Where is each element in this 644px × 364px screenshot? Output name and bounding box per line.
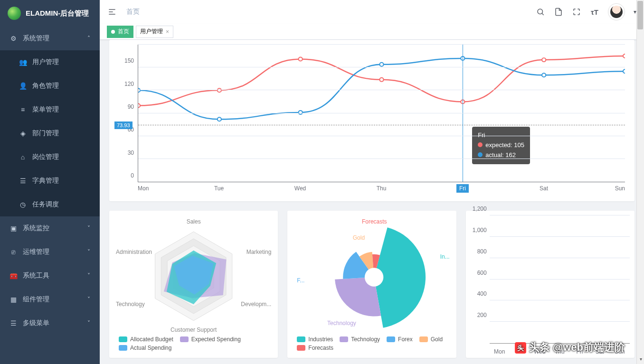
breadcrumb[interactable]: 首页 xyxy=(126,8,140,16)
brand-logo[interactable]: ELADMIN-后台管理 xyxy=(0,0,100,27)
brand-title: ELADMIN-后台管理 xyxy=(26,9,89,18)
svg-point-0 xyxy=(538,9,543,14)
radar-chart[interactable]: Sales Marketing Developm... Customer Sup… xyxy=(114,215,273,334)
pie-legend: Industries Technology Forex Gold Forecas… xyxy=(292,334,451,353)
avatar[interactable] xyxy=(608,3,625,20)
multi-icon: ☰ xyxy=(9,319,17,327)
hamburger-toggle[interactable] xyxy=(107,7,117,17)
brand-icon xyxy=(8,7,21,20)
nav-item-task[interactable]: ◷任务调度 xyxy=(0,193,100,216)
nav-group-multi[interactable]: ☰多级菜单˅ xyxy=(0,311,100,335)
chevron-down-icon: ˅ xyxy=(87,296,90,303)
svg-point-11 xyxy=(379,63,383,66)
task-icon: ◷ xyxy=(19,201,27,208)
bar-chart-card: 2004006008001,0001,200 MonTueWedThuFriSa… xyxy=(466,211,635,358)
nav-group-components[interactable]: ▦组件管理˅ xyxy=(0,288,100,311)
svg-point-9 xyxy=(218,117,221,121)
nav-group-tools[interactable]: 🧰系统工具˅ xyxy=(0,264,100,288)
tab-users[interactable]: 用户管理× xyxy=(136,26,173,38)
doc-icon[interactable] xyxy=(554,7,563,17)
nav-item-dept[interactable]: ◈部门管理 xyxy=(0,121,100,145)
svg-point-7 xyxy=(623,54,625,58)
chevron-down-icon: ˅ xyxy=(87,320,90,327)
gear-icon: ⚙ xyxy=(9,35,17,42)
svg-point-14 xyxy=(623,69,625,73)
ops-icon: ⎚ xyxy=(9,248,17,256)
svg-point-13 xyxy=(542,73,546,77)
chevron-down-icon: ˅ xyxy=(87,249,90,255)
job-icon: ⌂ xyxy=(19,153,27,161)
nav-group-ops[interactable]: ⎚运维管理˅ xyxy=(0,240,100,264)
svg-point-1 xyxy=(138,103,140,107)
search-icon[interactable] xyxy=(536,7,545,17)
nav-item-job[interactable]: ⌂岗位管理 xyxy=(0,145,100,169)
role-icon: 👤 xyxy=(19,82,27,90)
users-icon: 👥 xyxy=(19,58,27,66)
content-scroll[interactable]: 0306090120150180 73.93 Fri expected: 105… xyxy=(100,40,644,364)
components-icon: ▦ xyxy=(9,296,17,303)
chevron-down-icon: ˅ xyxy=(87,225,90,232)
font-size-icon[interactable]: τT xyxy=(590,7,599,17)
bar-chart[interactable]: 2004006008001,0001,200 xyxy=(490,215,630,344)
radar-chart-card: Sales Marketing Developm... Customer Sup… xyxy=(109,211,278,358)
dept-icon: ◈ xyxy=(19,130,27,137)
nav-item-dict[interactable]: ☰字典管理 xyxy=(0,169,100,193)
tools-icon: 🧰 xyxy=(9,272,17,280)
nav-group-system[interactable]: ⚙ 系统管理 ˄ xyxy=(0,27,100,50)
svg-point-3 xyxy=(299,57,303,61)
nav-item-menus[interactable]: ≡菜单管理 xyxy=(0,98,100,121)
scrollbar-thumb[interactable] xyxy=(637,1,643,29)
nav-item-roles[interactable]: 👤角色管理 xyxy=(0,74,100,98)
line-chart-card: 0306090120150180 73.93 Fri expected: 105… xyxy=(109,40,635,201)
tabs-bar: 首页 用户管理× xyxy=(100,24,644,40)
pie-chart[interactable]: Forecasts Gold In... F... Technology xyxy=(292,215,451,334)
svg-point-6 xyxy=(542,58,546,62)
marker-label: 73.93 xyxy=(114,121,133,129)
header: 首页 τT ▾ xyxy=(100,0,644,24)
tab-home[interactable]: 首页 xyxy=(107,26,133,38)
fullscreen-icon[interactable] xyxy=(572,7,581,17)
line-chart[interactable]: 0306090120150180 73.93 Fri expected: 105… xyxy=(114,45,630,196)
nav-group-monitor[interactable]: ▣系统监控˅ xyxy=(0,216,100,240)
svg-point-4 xyxy=(379,78,383,82)
pie-chart-card: Forecasts Gold In... F... Technology Ind… xyxy=(287,211,456,358)
nav-group-label: 系统管理 xyxy=(23,34,49,43)
svg-point-24 xyxy=(365,268,383,286)
menu-icon: ≡ xyxy=(19,106,27,113)
chevron-down-icon: ˅ xyxy=(87,272,90,279)
close-icon[interactable]: × xyxy=(166,28,169,35)
chevron-up-icon: ˄ xyxy=(87,35,90,42)
sidebar: ELADMIN-后台管理 ⚙ 系统管理 ˄ 👥用户管理 👤角色管理 ≡菜单管理 … xyxy=(0,0,100,364)
radar-legend: Allocated Budget Expected Spending Actua… xyxy=(114,334,273,353)
monitor-icon: ▣ xyxy=(9,224,17,232)
sidebar-nav: ⚙ 系统管理 ˄ 👥用户管理 👤角色管理 ≡菜单管理 ◈部门管理 ⌂岗位管理 ☰… xyxy=(0,27,100,364)
scrollbar[interactable]: ▴ ▾ xyxy=(636,0,644,364)
main-area: 首页 τT ▾ 首页 用户管理× 0306090120150180 xyxy=(100,0,644,364)
nav-item-users[interactable]: 👥用户管理 xyxy=(0,50,100,74)
dict-icon: ☰ xyxy=(19,177,27,185)
